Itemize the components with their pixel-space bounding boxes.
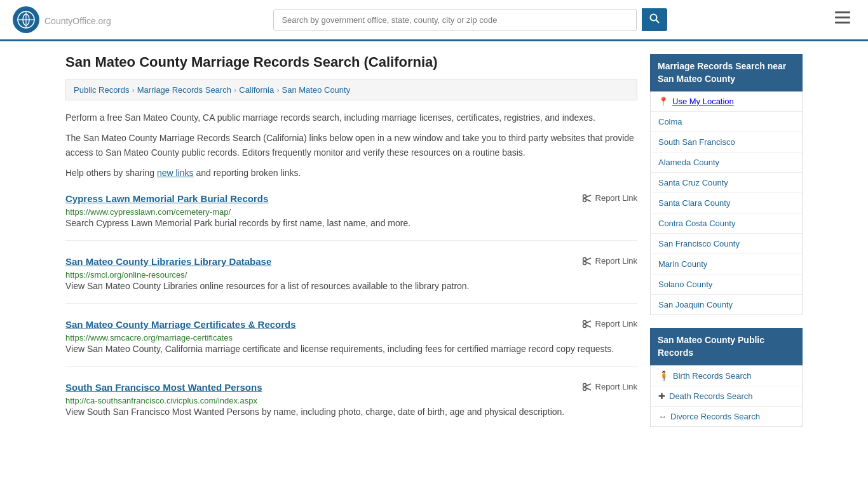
sidebar-nearby-link-7[interactable]: Marin County xyxy=(658,259,707,269)
result-url-2[interactable]: https://www.smcacre.org/marriage-certifi… xyxy=(65,333,233,342)
breadcrumb: Public Records › Marriage Records Search… xyxy=(65,79,637,100)
result-card-1: San Mateo County Libraries Library Datab… xyxy=(65,256,637,304)
sidebar-nearby-link-9[interactable]: San Joaquin County xyxy=(658,300,733,309)
sidebar-nearby-item-7[interactable]: Marin County xyxy=(651,254,802,274)
main-container: San Mateo County Marriage Records Search… xyxy=(53,41,815,457)
svg-rect-9 xyxy=(835,22,850,24)
use-my-location-item[interactable]: 📍 Use My Location xyxy=(651,92,802,112)
svg-point-14 xyxy=(583,257,586,261)
results-list: Cypress Lawn Memorial Park Burial Record… xyxy=(65,193,637,429)
intro-text-3: Help others by sharing new links and rep… xyxy=(65,166,637,180)
scissors-icon-1 xyxy=(582,256,592,266)
breadcrumb-san-mateo-county[interactable]: San Mateo County xyxy=(282,85,351,95)
arrow-icon: ↔ xyxy=(658,412,667,421)
sidebar-nearby-link-0[interactable]: Colma xyxy=(658,117,682,126)
result-card-3: South San Francisco Most Wanted Persons … xyxy=(65,382,637,429)
svg-rect-7 xyxy=(835,11,850,13)
person-icon: 🧍 xyxy=(658,370,669,381)
result-header-3: South San Francisco Most Wanted Persons … xyxy=(65,382,637,393)
report-link-1[interactable]: Report Link xyxy=(582,256,637,266)
result-url-3[interactable]: http://ca-southsanfrancisco.civicplus.co… xyxy=(65,396,257,405)
svg-line-6 xyxy=(656,20,660,24)
sidebar-nearby-link-1[interactable]: South San Francisco xyxy=(658,137,735,147)
header: CountyOffice.org xyxy=(0,0,868,41)
sidebar-public-records-heading: San Mateo County Public Records xyxy=(650,328,803,365)
sidebar-nearby-item-9[interactable]: San Joaquin County xyxy=(651,295,802,315)
svg-point-23 xyxy=(583,387,586,390)
report-link-3[interactable]: Report Link xyxy=(582,382,637,392)
location-pin-icon: 📍 xyxy=(658,97,668,106)
sidebar-nearby-item-5[interactable]: Contra Costa County xyxy=(651,214,802,234)
sidebar-nearby-item-0[interactable]: Colma xyxy=(651,112,802,132)
logo-area: CountyOffice.org xyxy=(13,6,111,33)
hamburger-menu-button[interactable] xyxy=(830,9,855,30)
result-desc-2: View San Mateo County, California marria… xyxy=(65,342,637,356)
intro-text-1: Perform a free San Mateo County, CA publ… xyxy=(65,111,637,125)
sidebar-nearby-item-6[interactable]: San Francisco County xyxy=(651,234,802,254)
sidebar-nearby-link-3[interactable]: Santa Cruz County xyxy=(658,178,728,187)
result-url-1[interactable]: https://smcl.org/online-resources/ xyxy=(65,270,187,280)
sidebar-nearby-item-4[interactable]: Santa Clara County xyxy=(651,193,802,214)
report-link-label-1: Report Link xyxy=(595,256,637,266)
sidebar-nearby-link-2[interactable]: Alameda County xyxy=(658,158,719,167)
sidebar-nearby-item-1[interactable]: South San Francisco xyxy=(651,132,802,152)
result-desc-3: View South San Francisco Most Wanted Per… xyxy=(65,405,637,419)
result-header-1: San Mateo County Libraries Library Datab… xyxy=(65,256,637,267)
scissors-icon-0 xyxy=(582,193,592,203)
report-link-label-3: Report Link xyxy=(595,382,637,391)
sidebar: Marriage Records Search near San Mateo C… xyxy=(650,54,803,444)
sidebar-nearby-link-6[interactable]: San Francisco County xyxy=(658,239,740,248)
sidebar-public-records-list: 🧍 Birth Records Search ✚ Death Records S… xyxy=(650,365,803,427)
sidebar-divorce-records[interactable]: ↔ Divorce Records Search xyxy=(651,407,802,426)
sidebar-nearby-item-3[interactable]: Santa Cruz County xyxy=(651,173,802,193)
sidebar-birth-records[interactable]: 🧍 Birth Records Search xyxy=(651,365,802,386)
new-links-link[interactable]: new links xyxy=(157,168,194,178)
search-area xyxy=(273,8,667,31)
logo-icon xyxy=(13,6,39,33)
svg-point-10 xyxy=(583,194,586,198)
result-desc-0: Search Cypress Lawn Memorial Park burial… xyxy=(65,217,637,230)
result-header-0: Cypress Lawn Memorial Park Burial Record… xyxy=(65,193,637,204)
report-link-label-0: Report Link xyxy=(595,193,637,203)
result-title-2[interactable]: San Mateo County Marriage Certificates &… xyxy=(65,319,296,330)
sidebar-nearby-link-4[interactable]: Santa Clara County xyxy=(658,198,730,208)
sidebar-public-records-section: San Mateo County Public Records 🧍 Birth … xyxy=(650,328,803,427)
result-card-2: San Mateo County Marriage Certificates &… xyxy=(65,319,637,367)
breadcrumb-public-records[interactable]: Public Records xyxy=(74,85,129,95)
result-card-0: Cypress Lawn Memorial Park Burial Record… xyxy=(65,193,637,241)
sidebar-nearby-link-8[interactable]: Solano County xyxy=(658,280,712,289)
svg-point-15 xyxy=(583,261,586,264)
search-input[interactable] xyxy=(273,10,637,30)
use-my-location-link[interactable]: Use My Location xyxy=(672,97,734,106)
result-url-0[interactable]: https://www.cypresslawn.com/cemetery-map… xyxy=(65,207,231,217)
breadcrumb-sep-3: › xyxy=(276,85,279,95)
sidebar-nearby-section: Marriage Records Search near San Mateo C… xyxy=(650,54,803,315)
result-title-3[interactable]: South San Francisco Most Wanted Persons xyxy=(65,382,262,393)
report-link-2[interactable]: Report Link xyxy=(582,319,637,329)
birth-records-link[interactable]: Birth Records Search xyxy=(673,371,752,381)
sidebar-nearby-link-5[interactable]: Contra Costa County xyxy=(658,219,735,228)
page-title: San Mateo County Marriage Records Search… xyxy=(65,54,637,71)
svg-point-11 xyxy=(583,198,586,201)
sidebar-death-records[interactable]: ✚ Death Records Search xyxy=(651,386,802,407)
sidebar-nearby-list: 📍 Use My Location ColmaSouth San Francis… xyxy=(650,92,803,315)
intro-text-2: The San Mateo County Marriage Records Se… xyxy=(65,131,637,159)
breadcrumb-california[interactable]: California xyxy=(239,85,274,95)
sidebar-nearby-item-2[interactable]: Alameda County xyxy=(651,152,802,173)
death-records-link[interactable]: Death Records Search xyxy=(669,391,753,401)
result-title-1[interactable]: San Mateo County Libraries Library Datab… xyxy=(65,256,271,267)
result-desc-1: View San Mateo County Libraries online r… xyxy=(65,280,637,293)
svg-point-18 xyxy=(583,320,586,323)
scissors-icon-3 xyxy=(582,382,592,392)
svg-point-5 xyxy=(651,15,657,21)
result-header-2: San Mateo County Marriage Certificates &… xyxy=(65,319,637,330)
sidebar-nearby-item-8[interactable]: Solano County xyxy=(651,274,802,295)
result-title-0[interactable]: Cypress Lawn Memorial Park Burial Record… xyxy=(65,193,268,204)
divorce-records-link[interactable]: Divorce Records Search xyxy=(670,412,760,421)
search-button[interactable] xyxy=(642,8,667,31)
logo-text: CountyOffice.org xyxy=(44,13,111,27)
breadcrumb-sep-1: › xyxy=(132,85,134,95)
breadcrumb-marriage-records-search[interactable]: Marriage Records Search xyxy=(137,85,231,95)
report-link-0[interactable]: Report Link xyxy=(582,193,637,203)
sidebar-nearby-heading: Marriage Records Search near San Mateo C… xyxy=(650,54,803,92)
